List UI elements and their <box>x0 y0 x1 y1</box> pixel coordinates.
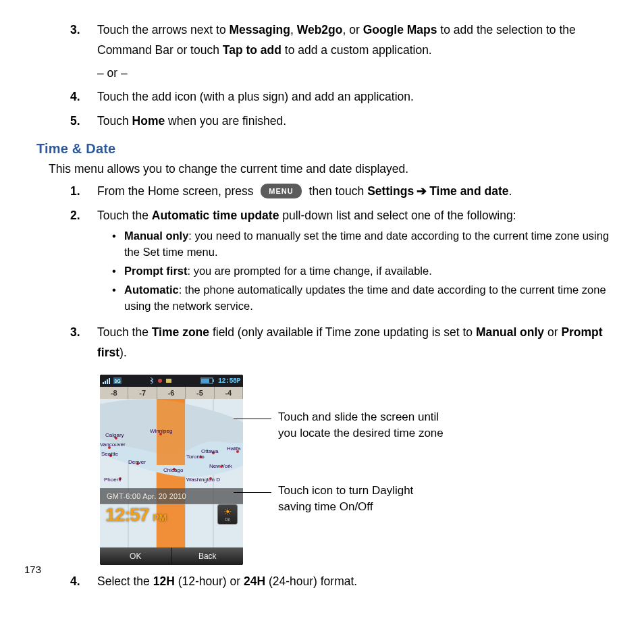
time-ampm: PM <box>153 512 167 523</box>
bold-time-and-date: Time and date <box>429 184 508 198</box>
callout-text: Touch icon to turn Daylight <box>278 484 413 497</box>
dst-toggle-button[interactable]: ☀ On <box>217 504 238 525</box>
menu-button-icon: MENU <box>261 184 301 199</box>
svg-text:Phoeni: Phoeni <box>104 477 121 483</box>
step-4-hour-format: 4. Select the 12H (12-hour) or 24H (24-h… <box>70 572 613 592</box>
bold-prompt-first: Prompt first <box>124 265 188 277</box>
text: ). <box>119 346 127 359</box>
text: , or <box>342 23 363 36</box>
timezone-scale[interactable]: -8 -7 -6 -5 -4 <box>100 387 243 399</box>
text: Touch the <box>97 325 152 339</box>
step-number: 5. <box>70 111 97 132</box>
svg-rect-5 <box>213 379 214 382</box>
softkey-bar: OK Back <box>100 547 243 565</box>
svg-text:Toronto: Toronto <box>186 454 205 460</box>
bold-google-maps: Google Maps <box>363 23 437 36</box>
svg-text:Vancouver: Vancouver <box>100 441 126 448</box>
tz-mark: -8 <box>100 387 128 399</box>
step-text: Touch the arrows next to Messaging, Web2… <box>97 20 613 83</box>
bold-automatic: Automatic <box>124 284 179 296</box>
bullet-list: • Manual only: you need to manually set … <box>112 228 613 315</box>
svg-text:Calgary: Calgary <box>105 432 124 438</box>
step-text: Touch the add icon (with a plus sign) an… <box>97 87 613 107</box>
signal-icon <box>103 377 111 384</box>
arrow-icon: ➔ <box>417 182 427 202</box>
bluetooth-icon <box>149 375 155 387</box>
phone-screenshot[interactable]: 3G 12:58P -8 -7 -6 <box>100 375 243 565</box>
svg-text:Washington D: Washington D <box>186 477 220 483</box>
text: Select the <box>97 574 153 588</box>
svg-text:Halifa: Halifa <box>227 446 241 452</box>
step-text: From the Home screen, press MENU then to… <box>97 182 613 202</box>
step-2-auto-time-update: 2. Touch the Automatic time update pull-… <box>70 206 613 319</box>
tz-mark: -6 <box>157 387 186 399</box>
svg-text:Chicago: Chicago <box>163 467 184 473</box>
step-number: 3. <box>70 323 97 343</box>
text: (24-hour) format. <box>265 574 357 588</box>
instruction-list-format: 4. Select the 12H (12-hour) or 24H (24-h… <box>70 572 613 592</box>
ok-softkey[interactable]: OK <box>100 547 172 565</box>
statusbar-time: 12:58P <box>218 377 240 385</box>
step-text: Touch the Time zone field (only availabl… <box>97 323 613 363</box>
sun-icon: ☀ <box>223 507 232 516</box>
or-line: – or – <box>97 63 613 84</box>
text: . <box>509 184 512 198</box>
text: From the Home screen, press <box>97 184 257 198</box>
phone-status-bar: 3G 12:58P <box>100 375 243 387</box>
step-number: 4. <box>70 572 97 592</box>
callout-slide-screen: Touch and slide the screen until you loc… <box>278 409 444 441</box>
message-icon <box>165 375 172 387</box>
figure-phone-timezone: 3G 12:58P -8 -7 -6 <box>100 375 622 565</box>
text: to add a custom application. <box>281 43 432 57</box>
text: Touch the arrows next to <box>97 23 230 36</box>
bold-24h: 24H <box>244 574 265 588</box>
bold-manual-only-2: Manual only <box>476 325 544 339</box>
bold-settings: Settings <box>367 184 414 198</box>
text: , <box>290 23 297 36</box>
current-time-display: 12:57 PM <box>105 504 167 526</box>
page-number: 173 <box>24 564 41 575</box>
text: when you are finished. <box>165 114 286 128</box>
step-5-home: 5. Touch Home when you are finished. <box>70 111 613 132</box>
bullet-dot-icon: • <box>112 282 124 298</box>
step-number: 1. <box>70 182 97 202</box>
svg-text:Seattle: Seattle <box>101 451 118 457</box>
tz-mark: -5 <box>186 387 214 399</box>
svg-point-2 <box>158 379 162 383</box>
text: Touch the <box>97 209 152 222</box>
callout-column: Touch and slide the screen until you loc… <box>278 394 444 546</box>
tz-mark: -4 <box>215 387 243 399</box>
back-softkey[interactable]: Back <box>172 547 244 565</box>
step-1-settings: 1. From the Home screen, press MENU then… <box>70 182 613 202</box>
bold-time-zone: Time zone <box>152 325 209 339</box>
bullet-dot-icon: • <box>112 263 124 279</box>
tz-mark: -7 <box>128 387 157 399</box>
instruction-list-top: 3. Touch the arrows next to Messaging, W… <box>70 20 613 132</box>
leader-line-icon <box>234 419 271 419</box>
step-3-commandbar: 3. Touch the arrows next to Messaging, W… <box>70 20 613 83</box>
step-4-add-icon: 4. Touch the add icon (with a plus sign)… <box>70 87 613 107</box>
svg-rect-3 <box>166 379 171 383</box>
lead-paragraph: This menu allows you to change the curre… <box>49 162 622 176</box>
svg-text:Denver: Denver <box>128 459 146 465</box>
network-3g-icon: 3G <box>113 377 122 384</box>
callout-text: Touch and slide the screen until <box>278 410 439 423</box>
svg-text:Winnipeg: Winnipeg <box>150 428 172 434</box>
section-heading-time-date: Time & Date <box>36 141 622 157</box>
svg-text:3G: 3G <box>114 379 121 383</box>
leader-line-icon <box>234 492 271 493</box>
text: pull-down list and select one of the fol… <box>279 209 516 222</box>
step-3-time-zone: 3. Touch the Time zone field (only avail… <box>70 323 613 363</box>
callout-dst-icon: Touch icon to turn Daylight saving time … <box>278 483 444 515</box>
bold-tap-to-add: Tap to add <box>223 43 281 57</box>
instruction-list-time-date: 1. From the Home screen, press MENU then… <box>70 182 613 363</box>
alarm-icon <box>157 375 163 387</box>
step-text: Touch Home when you are finished. <box>97 111 613 132</box>
callout-text: you locate the desired time zone <box>278 427 444 439</box>
text: : the phone automatically updates the ti… <box>124 284 606 312</box>
bold-home: Home <box>132 114 165 128</box>
time-value: 12:57 <box>105 504 149 526</box>
step-text: Touch the Automatic time update pull-dow… <box>97 206 613 319</box>
bold-12h: 12H <box>153 574 175 588</box>
bullet-manual-only: • Manual only: you need to manually set … <box>112 228 613 261</box>
